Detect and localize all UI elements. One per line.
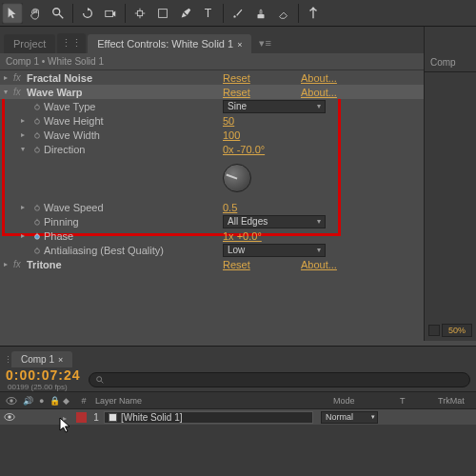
- wave-speed-value[interactable]: 0.5: [223, 202, 237, 213]
- wave-type-dropdown[interactable]: Sine: [223, 100, 326, 113]
- eye-icon[interactable]: [6, 396, 17, 406]
- timeline-search[interactable]: [89, 372, 471, 387]
- layer-name: [White Solid 1]: [121, 412, 182, 423]
- label-col-icon[interactable]: ◆: [63, 396, 76, 406]
- svg-point-0: [53, 8, 60, 14]
- svg-rect-3: [137, 10, 142, 15]
- twirl-icon[interactable]: ▾: [4, 88, 13, 96]
- stopwatch-icon[interactable]: [30, 146, 44, 153]
- tab-close-icon[interactable]: ×: [237, 40, 242, 50]
- col-trkmat: TrkMat: [438, 396, 476, 406]
- twirl-icon[interactable]: ▸: [63, 414, 67, 423]
- twirl-icon[interactable]: ▸: [21, 130, 30, 139]
- twirl-icon[interactable]: ▸: [21, 231, 30, 240]
- stopwatch-icon[interactable]: [30, 218, 44, 226]
- comp1-tab[interactable]: Comp 1×: [11, 351, 72, 367]
- mask-tool[interactable]: [152, 3, 173, 24]
- about-link[interactable]: About...: [301, 259, 337, 270]
- effect-fractal-noise[interactable]: ▸ fx Fractal Noise Reset About...: [0, 70, 424, 85]
- grip-icon[interactable]: ⋮⋮: [4, 355, 11, 367]
- reset-link[interactable]: Reset: [223, 72, 250, 84]
- direction-dial[interactable]: [223, 164, 251, 192]
- effect-name: Fractal Noise: [27, 72, 92, 84]
- about-link[interactable]: About...: [301, 72, 337, 84]
- reset-link[interactable]: Reset: [223, 87, 250, 98]
- type-tool[interactable]: T: [198, 3, 219, 24]
- timeline-columns: 🔊 ● 🔒 ◆ # Layer Name Mode T TrkMat: [0, 392, 476, 409]
- twirl-icon[interactable]: ▸: [21, 203, 30, 211]
- stopwatch-active-icon[interactable]: [30, 232, 44, 240]
- zoom-value[interactable]: 50%: [442, 324, 472, 337]
- lock-icon[interactable]: 🔒: [50, 396, 60, 406]
- fx-badge-icon[interactable]: fx: [13, 259, 27, 269]
- effect-controls-tab[interactable]: Effect Controls: White Solid 1×: [88, 34, 251, 53]
- effect-wave-warp[interactable]: ▾ fx Wave Warp Reset About...: [0, 85, 424, 99]
- zoom-control: 50%: [428, 324, 472, 337]
- zoom-grid-icon[interactable]: [428, 325, 440, 336]
- hand-tool[interactable]: [25, 3, 46, 24]
- twirl-icon[interactable]: ▸: [21, 116, 30, 125]
- direction-value[interactable]: 0x -70.0°: [223, 144, 265, 155]
- stopwatch-icon[interactable]: [30, 131, 44, 139]
- pan-behind-tool[interactable]: [129, 3, 150, 24]
- layer-color-swatch[interactable]: [76, 412, 87, 423]
- effect-tritone[interactable]: ▸ fx Tritone Reset About...: [0, 257, 424, 271]
- antialiasing-dropdown[interactable]: Low: [223, 244, 326, 257]
- clone-tool[interactable]: [250, 3, 271, 24]
- svg-point-31: [10, 399, 12, 402]
- svg-line-1: [59, 13, 63, 17]
- twirl-icon[interactable]: ▸: [4, 260, 13, 268]
- twirl-icon[interactable]: ▸: [4, 73, 13, 82]
- puppet-tool[interactable]: [303, 3, 324, 24]
- stopwatch-icon[interactable]: [30, 117, 44, 125]
- layer-name-chip[interactable]: [White Solid 1]: [104, 411, 313, 424]
- prop-label: Wave Speed: [44, 202, 104, 213]
- layer-row[interactable]: ▸ 1 [White Solid 1] Normal: [0, 409, 476, 425]
- prop-wave-speed: ▸ Wave Speed 0.5: [0, 200, 424, 214]
- wave-height-value[interactable]: 50: [223, 115, 234, 127]
- effect-controls-body: ▸ fx Fractal Noise Reset About... ▾ fx W…: [0, 70, 424, 271]
- stopwatch-icon[interactable]: [30, 103, 44, 110]
- speaker-icon[interactable]: 🔊: [23, 396, 33, 406]
- svg-point-33: [8, 415, 10, 418]
- tab-label: Comp 1: [21, 354, 54, 365]
- about-link[interactable]: About...: [301, 87, 337, 98]
- comp-tab[interactable]: Comp: [425, 53, 476, 72]
- prop-label: Wave Width: [44, 129, 100, 141]
- fx-badge-icon[interactable]: fx: [13, 72, 27, 83]
- panel-tabs: Project ⋮⋮ Effect Controls: White Solid …: [0, 27, 424, 53]
- eye-icon[interactable]: [4, 412, 15, 422]
- prop-wave-height: ▸ Wave Height 50: [0, 113, 424, 128]
- prop-pinning: Pinning All Edges: [0, 214, 424, 228]
- phase-value[interactable]: 1x +0.0°: [223, 230, 262, 242]
- solo-icon[interactable]: ●: [39, 396, 44, 406]
- project-tab[interactable]: Project: [4, 34, 55, 53]
- tab-menu-icon[interactable]: ▾≡: [253, 33, 276, 53]
- svg-text:T: T: [205, 7, 212, 20]
- tab-label: Effect Controls: White Solid 1: [97, 38, 233, 50]
- timeline-tabs: ⋮⋮ Comp 1×: [0, 347, 476, 367]
- prop-label: Antialiasing (Best Quality): [44, 245, 164, 256]
- selection-tool[interactable]: [2, 3, 23, 24]
- timeline-panel: ⋮⋮ Comp 1× 0:00:07:24 00199 (25.00 fps) …: [0, 346, 476, 476]
- fx-badge-icon[interactable]: fx: [13, 87, 27, 97]
- svg-point-22: [35, 220, 40, 225]
- current-timecode[interactable]: 0:00:07:24: [6, 367, 81, 383]
- pinning-dropdown[interactable]: All Edges: [223, 215, 326, 228]
- pen-tool[interactable]: [175, 3, 196, 24]
- twirl-icon[interactable]: ▾: [21, 145, 30, 153]
- blend-mode-dropdown[interactable]: Normal: [321, 411, 378, 424]
- reset-link[interactable]: Reset: [223, 259, 250, 270]
- grip-icon[interactable]: ⋮⋮: [57, 33, 86, 53]
- wave-width-value[interactable]: 100: [223, 129, 240, 141]
- timecode-row: 0:00:07:24 00199 (25.00 fps): [0, 367, 476, 392]
- zoom-tool[interactable]: [48, 3, 69, 24]
- stopwatch-icon[interactable]: [30, 247, 44, 254]
- tab-close-icon[interactable]: ×: [58, 355, 63, 365]
- rotation-tool[interactable]: [77, 3, 98, 24]
- stopwatch-icon[interactable]: [30, 204, 44, 211]
- eraser-tool[interactable]: [273, 3, 294, 24]
- camera-tool[interactable]: [100, 3, 121, 24]
- brush-tool[interactable]: [228, 3, 248, 24]
- layer-number: 1: [89, 412, 104, 423]
